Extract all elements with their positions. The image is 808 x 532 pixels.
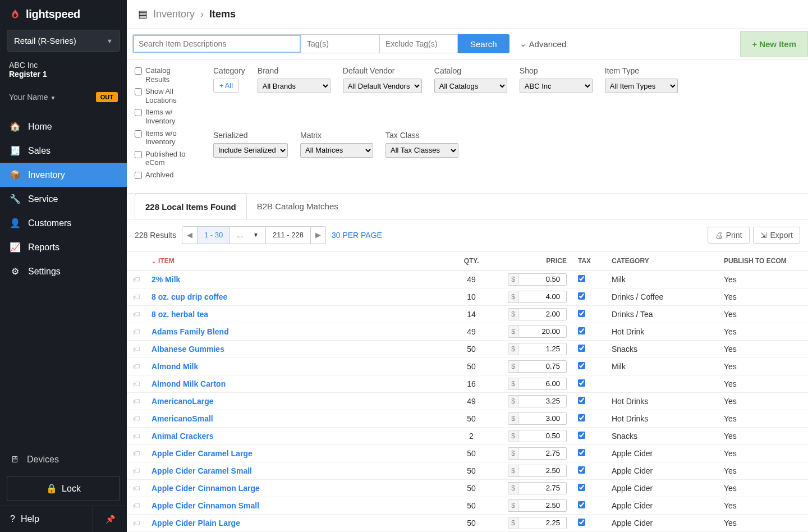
price-input[interactable]: $ [508,360,567,373]
item-link[interactable]: 8 oz. herbal tea [152,310,208,319]
item-link[interactable]: Apple Cider Caramel Small [152,466,252,475]
nav-customers[interactable]: 👤Customers [0,211,127,235]
export-button[interactable]: ⇲Export [753,227,800,244]
breadcrumb-parent[interactable]: Inventory [153,8,195,20]
item-link[interactable]: Animal Crackers [152,432,214,441]
item-link[interactable]: Apple Cider Cinnamon Large [152,484,260,493]
item-link[interactable]: Albanese Gummies [152,345,224,354]
nav-settings[interactable]: ⚙Settings [0,259,127,283]
item-link[interactable]: 8 oz. cup drip coffee [152,292,227,301]
brand-select[interactable]: All Brands [258,79,330,93]
tax-checkbox[interactable] [578,484,585,491]
filter-check-catalog-results[interactable]: Catalog Results [135,66,196,84]
nav-inventory[interactable]: 📦Inventory [0,163,127,187]
tax-checkbox[interactable] [578,414,585,421]
col-price[interactable]: PRICE [499,251,572,270]
nav-home[interactable]: 🏠Home [0,114,127,139]
item-link[interactable]: AmericanoSmall [152,414,213,423]
price-input[interactable]: $ [508,343,567,355]
tax-checkbox[interactable] [578,466,585,474]
item-link[interactable]: Apple Cider Plain Large [152,519,240,528]
item-link[interactable]: Almond Milk Carton [152,379,226,388]
tax-checkbox[interactable] [578,275,585,282]
nav-sales[interactable]: 🧾Sales [0,139,127,163]
pin-button[interactable]: 📌 [93,506,127,532]
filter-check-published-to-ecom[interactable]: Published to eCom [135,150,196,167]
product-selector[interactable]: Retail (R-Series) ▼ [7,30,120,52]
price-input[interactable]: $ [508,291,567,303]
price-input[interactable]: $ [508,325,567,338]
item-link[interactable]: Adams Family Blend [152,327,229,336]
tax-checkbox[interactable] [578,519,585,526]
price-input[interactable]: $ [508,499,567,512]
user-menu[interactable]: Your Name▼ [9,93,56,102]
new-item-button[interactable]: +New Item [740,31,808,57]
filter-check-show-all-locations[interactable]: Show All Locations [135,87,196,104]
default-vendor-select[interactable]: All Default Vendors [343,79,422,93]
advanced-toggle[interactable]: ⌄Advanced [520,39,567,49]
devices-link[interactable]: 🖥 Devices [0,448,127,471]
search-button[interactable]: Search [458,34,509,53]
category-all-button[interactable]: + All [213,79,239,93]
item-link[interactable]: Apple Cider Caramel Large [152,449,252,458]
tax-checkbox[interactable] [578,449,585,456]
lock-button[interactable]: 🔒 Lock [7,476,120,501]
catalog-select[interactable]: All Catalogs [434,79,507,93]
tab-b2b-catalog[interactable]: B2B Catalog Matches [247,194,348,219]
price-input[interactable]: $ [508,395,567,407]
tax-checkbox[interactable] [578,379,585,387]
tax-checkbox[interactable] [578,327,585,334]
lock-icon: 🔒 [46,483,57,494]
publish-cell: Yes [718,514,808,531]
col-category[interactable]: CATEGORY [606,251,718,270]
tax-checkbox[interactable] [578,345,585,352]
tax-checkbox[interactable] [578,397,585,404]
pager-next[interactable]: ▶ [311,227,325,244]
out-badge[interactable]: OUT [96,92,118,102]
item-link[interactable]: Almond Milk [152,362,198,371]
tax-checkbox[interactable] [578,501,585,508]
price-input[interactable]: $ [508,447,567,460]
item-type-select[interactable]: All Item Types [605,79,678,93]
tax-checkbox[interactable] [578,432,585,439]
price-input[interactable]: $ [508,412,567,425]
filter-check-items-w-o-inventory[interactable]: Items w/o Inventory [135,129,196,146]
tax-class-select[interactable]: All Tax Classes [385,143,458,158]
tab-local-items[interactable]: 228 Local Items Found [135,194,247,220]
filter-check-items-w-inventory[interactable]: Items w/ Inventory [135,108,196,125]
shop-select[interactable]: ABC Inc [520,79,593,93]
print-button[interactable]: 🖨Print [708,227,750,244]
price-input[interactable]: $ [508,308,567,320]
price-input[interactable]: $ [508,273,567,286]
search-input[interactable] [132,34,301,53]
pager-page-last[interactable]: 211 - 228 [266,227,311,244]
serialized-select[interactable]: Include Serialized [213,143,288,158]
nav-service[interactable]: 🔧Service [0,187,127,211]
publish-cell: Yes [718,357,808,375]
pager-dropdown[interactable]: ... ▼ [230,227,266,244]
help-link[interactable]: ? Help [0,506,93,532]
price-input[interactable]: $ [508,517,567,529]
price-input[interactable]: $ [508,378,567,390]
col-publish[interactable]: PUBLISH TO ECOM [718,251,808,270]
exclude-tags-input[interactable] [379,34,458,53]
col-tax[interactable]: TAX [572,251,606,270]
tax-checkbox[interactable] [578,310,585,317]
col-item[interactable]: ⌄ITEM [146,251,443,270]
item-link[interactable]: AmericanoLarge [152,397,213,406]
tax-checkbox[interactable] [578,292,585,300]
item-link[interactable]: Apple Cider Cinnamon Small [152,501,259,510]
item-link[interactable]: 2% Milk [152,275,180,284]
pager-prev[interactable]: ◀ [182,227,198,244]
nav-reports[interactable]: 📈Reports [0,235,127,259]
tax-checkbox[interactable] [578,362,585,369]
matrix-select[interactable]: All Matrices [300,143,373,158]
filter-check-archived[interactable]: Archived [135,171,196,180]
price-input[interactable]: $ [508,465,567,477]
per-page-toggle[interactable]: 30 PER PAGE [332,231,382,240]
tags-input[interactable] [301,34,379,53]
price-input[interactable]: $ [508,482,567,494]
pager-page-1[interactable]: 1 - 30 [198,227,230,244]
col-qty[interactable]: QTY. [443,251,499,270]
price-input[interactable]: $ [508,430,567,442]
